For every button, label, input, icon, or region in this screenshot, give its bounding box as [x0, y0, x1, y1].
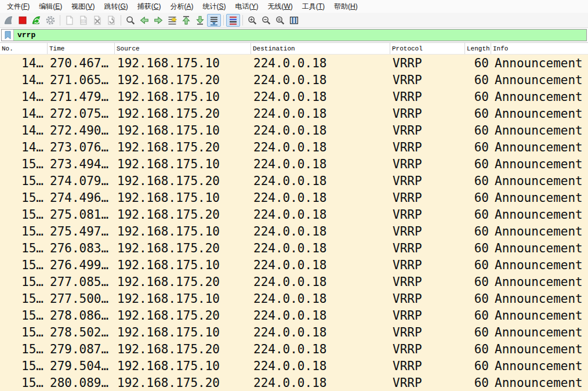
cell-time: 277.500… [48, 290, 115, 307]
close-file-button[interactable] [90, 14, 104, 27]
arrow-left-icon [139, 15, 150, 26]
menu-item-telephony[interactable]: 电话(Y) [230, 0, 263, 13]
filter-bookmark-button[interactable] [2, 30, 14, 41]
toolbar-separator [60, 15, 60, 26]
start-capture-button[interactable] [2, 14, 16, 27]
packet-row[interactable]: 15…277.500…192.168.175.10224.0.0.18VRRP6… [0, 290, 588, 307]
packet-row[interactable]: 15…275.497…192.168.175.10224.0.0.18VRRP6… [0, 223, 588, 240]
go-first-packet-button[interactable] [179, 14, 193, 27]
cell-destination: 224.0.0.18 [251, 155, 390, 172]
cell-time: 280.089… [48, 374, 115, 391]
packet-row[interactable]: 15…276.083…192.168.175.20224.0.0.18VRRP6… [0, 240, 588, 256]
cell-protocol: VRRP [390, 155, 465, 172]
menu-item-wireless[interactable]: 无线(W) [263, 0, 297, 13]
column-header-time[interactable]: Time [48, 43, 115, 54]
cell-source: 192.168.175.20 [115, 71, 251, 88]
cell-source: 192.168.175.10 [115, 155, 251, 172]
capture-options-button[interactable] [43, 14, 57, 27]
cell-destination: 224.0.0.18 [251, 374, 390, 391]
cell-no: 15… [0, 172, 48, 189]
cell-time: 273.494… [48, 155, 115, 172]
arrow-right-icon [153, 15, 164, 26]
menu-item-analyze[interactable]: 分析(A) [165, 0, 198, 13]
cell-protocol: VRRP [390, 139, 465, 155]
resize-columns-button[interactable] [287, 14, 301, 27]
packet-row[interactable]: 14…272.075…192.168.175.20224.0.0.18VRRP6… [0, 105, 588, 122]
packet-row[interactable]: 15…277.085…192.168.175.20224.0.0.18VRRP6… [0, 273, 588, 290]
go-back-button[interactable] [137, 14, 151, 27]
open-file-button[interactable] [63, 14, 77, 27]
packet-list-body[interactable]: 14…270.467…192.168.175.10224.0.0.18VRRP6… [0, 55, 588, 391]
zoom-out-button[interactable] [259, 14, 273, 27]
packet-row[interactable]: 14…273.076…192.168.175.20224.0.0.18VRRP6… [0, 139, 588, 155]
save-file-button[interactable]: 010 [77, 14, 90, 27]
cell-no: 15… [0, 357, 48, 374]
menu-item-file[interactable]: 文件(F) [2, 0, 34, 13]
packet-row[interactable]: 15…278.086…192.168.175.20224.0.0.18VRRP6… [0, 307, 588, 324]
cell-protocol: VRRP [390, 55, 465, 71]
colorize-packets-button[interactable] [226, 14, 240, 27]
cell-protocol: VRRP [390, 189, 465, 206]
svg-text:010: 010 [81, 20, 85, 23]
zoom-out-icon [261, 15, 271, 26]
auto-scroll-button[interactable] [207, 14, 221, 27]
go-to-packet-button[interactable] [165, 14, 179, 27]
cell-destination: 224.0.0.18 [251, 357, 390, 374]
find-packet-button[interactable] [124, 14, 137, 27]
packet-row[interactable]: 14…270.467…192.168.175.10224.0.0.18VRRP6… [0, 55, 588, 71]
packet-row[interactable]: 14…272.490…192.168.175.10224.0.0.18VRRP6… [0, 122, 588, 139]
reload-file-button[interactable] [104, 14, 118, 27]
cell-protocol: VRRP [390, 357, 465, 374]
stop-capture-button[interactable] [16, 14, 30, 27]
toolbar-separator [121, 15, 121, 26]
cell-time: 271.479… [48, 88, 115, 105]
column-header-info[interactable]: Info [491, 43, 588, 54]
colorize-icon [228, 15, 238, 26]
packet-row[interactable]: 15…280.089…192.168.175.20224.0.0.18VRRP6… [0, 374, 588, 391]
cell-info: Announcement [491, 206, 588, 223]
cell-source: 192.168.175.20 [115, 341, 251, 357]
packet-row[interactable]: 15…273.494…192.168.175.10224.0.0.18VRRP6… [0, 155, 588, 172]
cell-source: 192.168.175.10 [115, 256, 251, 273]
packet-row[interactable]: 15…278.502…192.168.175.10224.0.0.18VRRP6… [0, 324, 588, 341]
restart-capture-button[interactable] [30, 14, 43, 27]
packet-row[interactable]: 15…274.496…192.168.175.10224.0.0.18VRRP6… [0, 189, 588, 206]
column-header-source[interactable]: Source [115, 43, 251, 54]
column-header-destination[interactable]: Destination [251, 43, 390, 54]
column-header-no[interactable]: No. [0, 43, 48, 54]
cell-info: Announcement [491, 71, 588, 88]
column-header-protocol[interactable]: Protocol [390, 43, 465, 54]
packet-row[interactable]: 14…271.479…192.168.175.10224.0.0.18VRRP6… [0, 88, 588, 105]
menu-item-statistics[interactable]: 统计(S) [198, 0, 230, 13]
cell-info: Announcement [491, 189, 588, 206]
menu-item-view[interactable]: 视图(V) [67, 0, 99, 13]
cell-no: 14… [0, 88, 48, 105]
cell-length: 60 [465, 88, 491, 105]
cell-time: 276.083… [48, 240, 115, 256]
packet-row[interactable]: 15…276.499…192.168.175.10224.0.0.18VRRP6… [0, 256, 588, 273]
menu-item-tools[interactable]: 工具(T) [297, 0, 329, 13]
packet-row[interactable]: 14…271.065…192.168.175.20224.0.0.18VRRP6… [0, 71, 588, 88]
menu-item-capture[interactable]: 捕获(C) [133, 0, 166, 13]
zoom-reset-button[interactable] [273, 14, 287, 27]
menu-item-go[interactable]: 跳转(G) [99, 0, 132, 13]
display-filter-input[interactable] [14, 30, 586, 41]
menu-item-help[interactable]: 帮助(H) [329, 0, 362, 13]
packet-row[interactable]: 15…275.081…192.168.175.20224.0.0.18VRRP6… [0, 206, 588, 223]
go-forward-button[interactable] [151, 14, 165, 27]
cell-source: 192.168.175.10 [115, 290, 251, 307]
menu-item-edit[interactable]: 编辑(E) [34, 0, 67, 13]
cell-destination: 224.0.0.18 [251, 172, 390, 189]
column-header-length[interactable]: Length [465, 43, 491, 54]
packet-row[interactable]: 15…274.079…192.168.175.20224.0.0.18VRRP6… [0, 172, 588, 189]
zoom-in-button[interactable] [245, 14, 259, 27]
cell-time: 274.079… [48, 172, 115, 189]
cell-info: Announcement [491, 223, 588, 240]
cell-no: 14… [0, 122, 48, 139]
cell-time: 271.065… [48, 71, 115, 88]
packet-row[interactable]: 15…279.504…192.168.175.10224.0.0.18VRRP6… [0, 357, 588, 374]
cell-info: Announcement [491, 139, 588, 155]
packet-row[interactable]: 15…279.087…192.168.175.20224.0.0.18VRRP6… [0, 341, 588, 357]
cell-destination: 224.0.0.18 [251, 206, 390, 223]
go-last-packet-button[interactable] [193, 14, 207, 27]
